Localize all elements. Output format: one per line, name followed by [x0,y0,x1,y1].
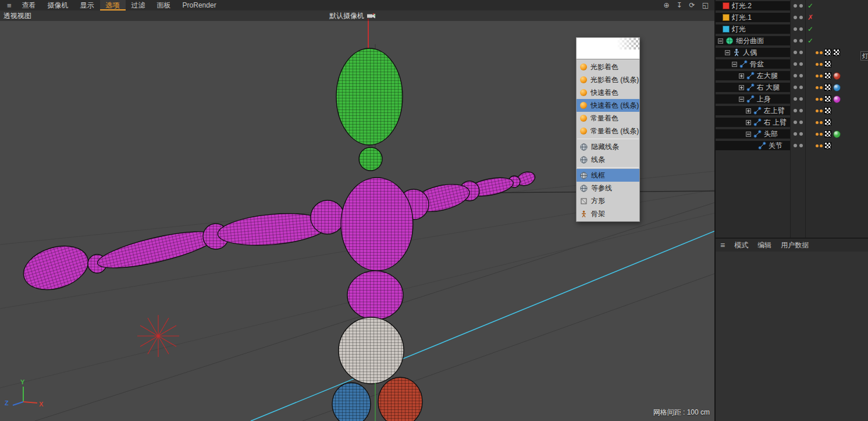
menu-item-options[interactable]: 选项 [100,0,126,10]
hamburger-icon[interactable]: ≡ [720,240,725,250]
subdivision-icon [725,37,734,45]
sync-icon[interactable]: ⟳ [689,1,695,9]
menu-item-camera[interactable]: 摄像机 [42,0,74,10]
object-row-light[interactable]: 灯光 ✓ [716,23,868,35]
expand-toggle[interactable] [739,85,744,90]
visibility-dots[interactable] [794,109,803,112]
expression-tag[interactable] [816,86,823,89]
weight-tag[interactable] [833,49,840,56]
visibility-dots[interactable] [794,144,803,147]
enabled-check-icon[interactable]: ✓ [807,35,813,47]
visibility-dots[interactable] [794,86,803,89]
attr-menu-edit[interactable]: 编辑 [757,240,771,250]
visibility-dots[interactable] [794,27,803,31]
expression-tag[interactable] [816,133,823,136]
spline-line[interactable] [251,231,714,421]
pin-icon[interactable]: ↧ [677,1,682,9]
expression-tag[interactable] [816,98,823,101]
item-gouraud-shading[interactable]: 光影着色 [577,61,639,73]
weight-tag[interactable] [824,61,831,68]
object-row-upper-body[interactable]: 上身 [716,93,868,105]
expression-tag[interactable] [816,144,823,147]
expand-toggle[interactable] [718,38,723,44]
material-sphere[interactable] [833,84,841,91]
object-row-right-upper-arm[interactable]: 右 上臂 [716,116,868,128]
visibility-dots[interactable] [794,74,803,77]
visibility-dots[interactable] [794,121,803,124]
material-sphere[interactable] [833,130,841,138]
weight-tag[interactable] [824,130,831,137]
weight-tag[interactable] [824,119,831,126]
view-label[interactable]: 透视视图 [0,11,31,21]
weight-tag[interactable] [824,142,831,149]
item-constant-shading-lines[interactable]: 常量着色 (线条) [577,125,639,137]
object-row-left-upper-arm[interactable]: 左上臂 [716,105,868,116]
shaded-sphere-icon [580,102,587,109]
menu-item-view[interactable]: 查看 [16,0,42,10]
item-gouraud-shading-lines[interactable]: 光影着色 (线条) [577,73,639,86]
menu-item-panel[interactable]: 面板 [151,0,177,10]
attribute-manager-body [716,252,868,421]
visibility-dots[interactable] [794,132,803,136]
expand-toggle[interactable] [746,108,751,114]
object-row-joint[interactable]: 关节 [716,140,868,151]
expand-toggle[interactable] [732,62,737,67]
item-wireframe[interactable]: 线框 [577,169,639,182]
item-lines[interactable]: 线条 [577,153,639,166]
enabled-check-icon[interactable]: ✓ [807,0,813,12]
item-isoparms[interactable]: 等参线 [577,182,639,194]
visibility-dots[interactable] [794,51,803,54]
material-sphere[interactable] [833,72,841,80]
expression-tag[interactable] [816,51,823,54]
attr-menu-userdata[interactable]: 用户数据 [781,240,809,250]
menu-item-prorender[interactable]: ProRender [177,0,222,10]
expression-tag[interactable] [816,121,823,124]
weight-tag[interactable] [824,72,831,79]
item-box[interactable]: 方形 [577,194,639,207]
expression-tag[interactable] [816,109,823,112]
viewport[interactable]: 透视视图 默认摄像机 [0,10,714,421]
attr-menu-mode[interactable]: 模式 [734,240,748,250]
menu-separator [577,167,639,168]
item-constant-shading[interactable]: 常量着色 [577,112,639,125]
dock-icon[interactable]: ⊕ [663,1,669,9]
item-quick-shading[interactable]: 快速着色 [577,86,639,99]
object-row-head[interactable]: 头部 [716,128,868,140]
expression-tag[interactable] [816,63,823,66]
object-row-left-thigh[interactable]: 左大腿 [716,70,868,82]
expand-toggle[interactable] [739,73,744,79]
visibility-dots[interactable] [794,97,803,101]
light-star[interactable] [137,315,179,357]
visibility-dots[interactable] [794,16,803,19]
object-row-subdivision[interactable]: 细分曲面 ✓ [716,35,868,47]
visibility-dots[interactable] [794,39,803,43]
object-row-figure[interactable]: 人偶 [716,47,868,58]
object-row-pelvis[interactable]: 骨盆 [716,58,868,70]
hamburger-icon[interactable]: ≡ [2,1,16,10]
item-skeleton[interactable]: 骨架 [577,207,639,220]
item-quick-shading-lines[interactable]: 快速着色 (线条) [577,99,639,112]
visibility-dots[interactable] [794,62,803,66]
disabled-cross-icon[interactable]: ✗ [807,12,813,23]
layout-icon[interactable]: ◱ [702,1,709,9]
weight-tag[interactable] [824,84,831,91]
object-row-right-thigh[interactable]: 右 大腿 [716,82,868,93]
menu-item-filter[interactable]: 过滤 [126,0,151,10]
weight-tag[interactable] [824,95,831,102]
axis-triad: Y X Z [5,378,44,408]
expand-toggle[interactable] [725,50,730,55]
application-window: ≡ 查看 摄像机 显示 选项 过滤 面板 ProRender ⊕ ↧ ⟳ ◱ 透… [0,0,868,421]
item-hidden-line[interactable]: 隐藏线条 [577,140,639,153]
object-row-light1[interactable]: 灯光.1 ✗ [716,12,868,23]
object-row-light2[interactable]: 灯光.2 ✓ [716,0,868,12]
weight-tag[interactable] [824,107,831,114]
material-sphere[interactable] [833,95,841,103]
expression-tag[interactable] [816,75,823,77]
expand-toggle[interactable] [746,132,751,137]
visibility-dots[interactable] [794,4,803,8]
menu-item-display[interactable]: 显示 [74,0,100,10]
weight-tag[interactable] [824,49,831,56]
expand-toggle[interactable] [739,97,744,102]
enabled-check-icon[interactable]: ✓ [807,23,813,35]
expand-toggle[interactable] [746,120,751,125]
